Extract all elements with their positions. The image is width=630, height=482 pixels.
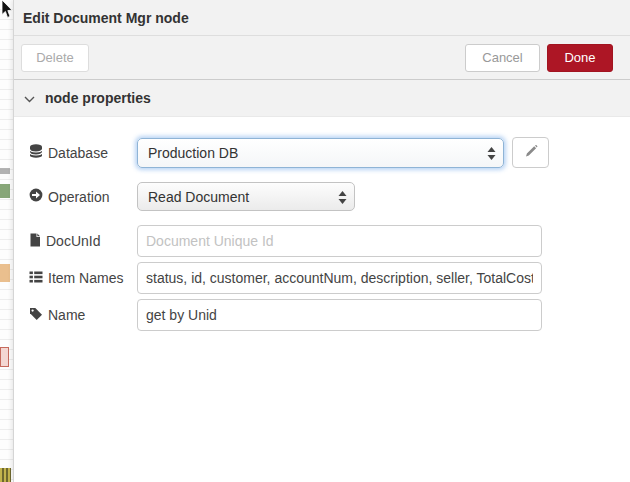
workspace-node-fragment [0, 347, 9, 367]
select-stepper-icon [487, 147, 496, 163]
workspace-node-fragment [0, 184, 10, 198]
node-properties-form: Database Production DB [14, 117, 630, 331]
database-label: Database [29, 144, 137, 161]
name-row: Name [29, 299, 630, 331]
workspace-background-strip [0, 0, 13, 482]
mouse-cursor-icon [1, 0, 13, 23]
cancel-button[interactable]: Cancel [465, 44, 540, 72]
file-icon [29, 233, 41, 250]
select-stepper-icon [338, 191, 347, 207]
dialog-title: Edit Document Mgr node [23, 10, 189, 26]
docunid-label: DocUnId [29, 233, 137, 250]
node-properties-section-header[interactable]: node properties [14, 80, 630, 117]
database-icon [29, 144, 43, 161]
item-names-label: Item Names [29, 270, 137, 287]
name-input[interactable] [137, 299, 542, 331]
operation-select-value: Read Document [148, 189, 249, 205]
done-button[interactable]: Done [547, 44, 613, 72]
workspace-node-fragment [0, 468, 11, 482]
workspace-node-fragment [0, 168, 10, 174]
arrow-circle-right-icon [29, 188, 43, 205]
operation-label: Operation [29, 188, 137, 205]
section-title: node properties [45, 90, 151, 106]
operation-select[interactable]: Read Document [137, 182, 355, 211]
database-select[interactable]: Production DB [137, 138, 504, 168]
dialog-header: Edit Document Mgr node [14, 0, 630, 36]
docunid-row: DocUnId [29, 225, 630, 257]
workspace-node-fragment [0, 264, 10, 282]
delete-button[interactable]: Delete [21, 44, 89, 72]
name-label: Name [29, 307, 137, 324]
item-names-row: Item Names [29, 262, 630, 294]
item-names-input[interactable] [137, 262, 542, 294]
chevron-down-icon [24, 89, 35, 107]
docunid-input[interactable] [137, 225, 542, 257]
dialog-toolbar: Delete Cancel Done [14, 36, 630, 80]
list-icon [29, 270, 43, 287]
operation-row: Operation Read Document [29, 182, 630, 211]
database-row: Database Production DB [29, 137, 630, 168]
pencil-icon [524, 144, 538, 161]
tag-icon [29, 307, 43, 324]
database-select-value: Production DB [148, 145, 238, 161]
edit-database-config-button[interactable] [512, 137, 549, 168]
edit-node-dialog: Edit Document Mgr node Delete Cancel Don… [13, 0, 630, 482]
